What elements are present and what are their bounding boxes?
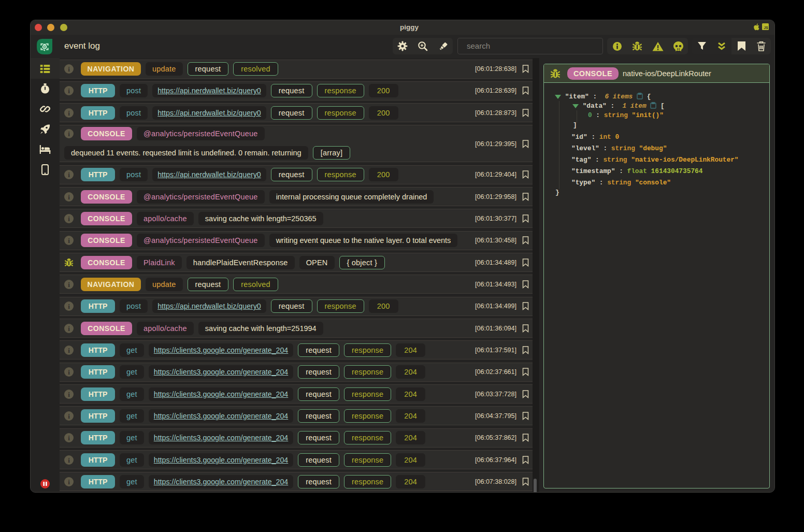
svg-text:i: i bbox=[68, 434, 70, 442]
svg-text:i: i bbox=[68, 412, 70, 420]
svg-text:JS: JS bbox=[764, 26, 769, 30]
svg-text:i: i bbox=[68, 237, 70, 245]
svg-text:i: i bbox=[68, 368, 70, 376]
svg-text:i: i bbox=[68, 65, 70, 73]
svg-text:i: i bbox=[68, 390, 70, 398]
svg-text:i: i bbox=[68, 87, 70, 95]
svg-text:i: i bbox=[68, 347, 70, 354]
svg-text:i: i bbox=[68, 281, 70, 289]
svg-text:i: i bbox=[68, 171, 70, 179]
svg-text:i: i bbox=[68, 478, 70, 486]
svg-text:i: i bbox=[68, 303, 70, 310]
svg-text:i: i bbox=[68, 130, 70, 138]
svg-text:i: i bbox=[68, 109, 70, 117]
svg-text:i: i bbox=[68, 456, 70, 464]
svg-text:i: i bbox=[68, 215, 70, 223]
svg-text:i: i bbox=[68, 193, 70, 200]
svg-text:i: i bbox=[68, 324, 70, 332]
